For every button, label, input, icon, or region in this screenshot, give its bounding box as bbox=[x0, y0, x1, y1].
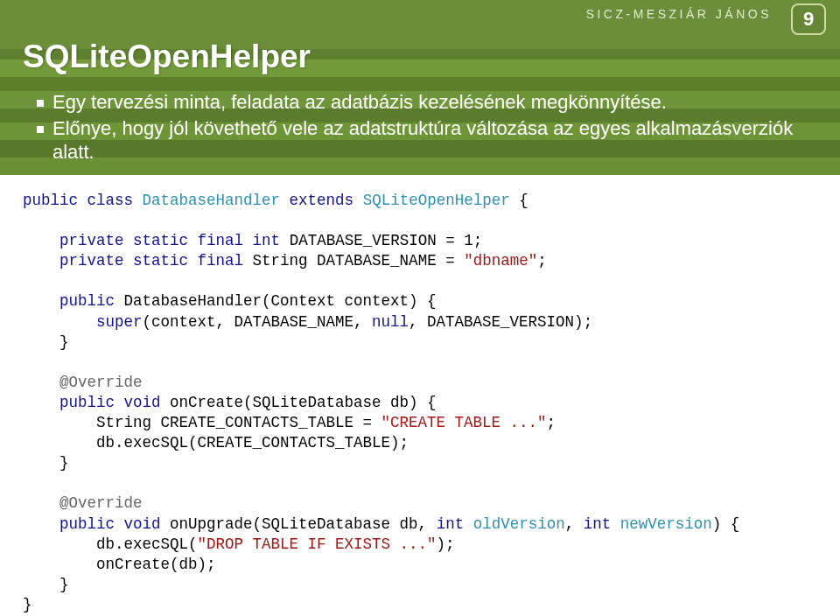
author-label: SICZ-MESZIÁR JÁNOS bbox=[586, 7, 772, 21]
code-string: "CREATE TABLE ..." bbox=[382, 414, 547, 431]
code-keyword: final bbox=[198, 252, 244, 270]
code-param: oldVersion bbox=[473, 515, 565, 533]
code-type: SQLiteOpenHelper bbox=[363, 192, 510, 209]
bullet-text: Előnye, hogy jól követhető vele az adats… bbox=[52, 117, 817, 164]
code-keyword: super bbox=[23, 313, 143, 331]
code-keyword: private bbox=[23, 232, 124, 249]
code-param: newVersion bbox=[620, 515, 712, 533]
code-keyword: static bbox=[133, 252, 188, 270]
code-annotation: @Override bbox=[23, 374, 143, 391]
bullet-item: Egy tervezési minta, feladata az adatbáz… bbox=[37, 91, 817, 114]
bullet-text: Egy tervezési minta, feladata az adatbáz… bbox=[52, 91, 817, 114]
code-keyword: public bbox=[23, 192, 78, 209]
code-keyword: int bbox=[253, 232, 281, 249]
code-annotation: @Override bbox=[23, 494, 143, 512]
code-string: "dbname" bbox=[464, 252, 537, 270]
code-keyword: extends bbox=[290, 192, 354, 209]
bullet-marker-icon bbox=[37, 126, 44, 133]
code-keyword: public bbox=[23, 394, 115, 411]
code-keyword: class bbox=[88, 192, 134, 209]
code-string: "DROP TABLE IF EXISTS ..." bbox=[198, 536, 437, 553]
code-keyword: int bbox=[437, 515, 465, 533]
code-keyword: public bbox=[23, 515, 115, 533]
page-title: SQLiteOpenHelper bbox=[23, 38, 817, 75]
code-block: public class DatabaseHandler extends SQL… bbox=[0, 175, 840, 615]
code-keyword: private bbox=[23, 252, 124, 270]
code-keyword: void bbox=[124, 515, 161, 533]
slide-header: SICZ-MESZIÁR JÁNOS 9 SQLiteOpenHelper Eg… bbox=[0, 0, 840, 175]
code-type: DatabaseHandler bbox=[143, 192, 281, 209]
code-keyword: void bbox=[124, 394, 161, 411]
bullet-marker-icon bbox=[37, 100, 44, 107]
code-keyword: static bbox=[133, 232, 188, 249]
bullet-list: Egy tervezési minta, feladata az adatbáz… bbox=[23, 91, 817, 164]
code-keyword: int bbox=[584, 515, 612, 533]
code-keyword: public bbox=[23, 292, 115, 310]
page-number-badge: 9 bbox=[791, 4, 826, 35]
code-keyword: null bbox=[372, 313, 409, 331]
code-keyword: final bbox=[198, 232, 244, 249]
bullet-item: Előnye, hogy jól követhető vele az adats… bbox=[37, 117, 817, 164]
